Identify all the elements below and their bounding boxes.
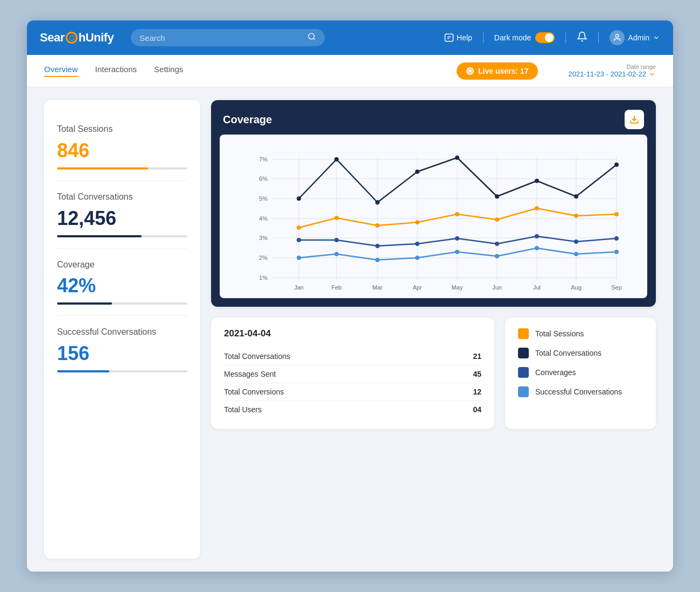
legend-label: Total Conversations [535, 349, 601, 357]
stat-row-value: 04 [473, 405, 481, 414]
total-sessions-block: Total Sessions 846 [57, 113, 187, 180]
svg-point-65 [614, 236, 619, 241]
help-label: Help [457, 33, 472, 42]
total-sessions-bar-fill [57, 167, 148, 170]
svg-text:Apr: Apr [412, 284, 422, 291]
svg-point-51 [415, 170, 419, 174]
svg-text:May: May [452, 284, 463, 291]
coverage-chart-svg: .grid-line { stroke: #dde3ef; stroke-wid… [224, 143, 643, 294]
svg-point-72 [535, 246, 539, 250]
app-container: Sear◌hUnify Help Dark mode [27, 20, 673, 572]
svg-point-71 [495, 254, 499, 258]
svg-point-61 [455, 236, 459, 241]
live-icon [466, 67, 474, 75]
legend-item-total-sessions: Total Sessions [518, 328, 643, 339]
legend-card: Total Sessions Total Conversations Conve… [505, 318, 656, 429]
svg-text:3%: 3% [259, 235, 268, 241]
total-conversations-value: 12,456 [57, 207, 187, 230]
svg-text:Jan: Jan [294, 284, 304, 291]
coverage-chart-card: Coverage .grid-line { stroke: #dde3ef; s… [211, 100, 656, 307]
svg-point-66 [297, 256, 301, 260]
help-button[interactable]: Help [444, 33, 472, 43]
bottom-row: 2021-04-04 Total Conversations 21 Messag… [211, 318, 656, 429]
svg-point-52 [455, 156, 459, 160]
total-sessions-bar-bg [57, 167, 187, 170]
svg-point-63 [535, 234, 539, 238]
svg-point-48 [297, 196, 301, 201]
stat-row-label: Total Conversions [224, 387, 284, 396]
live-users-button[interactable]: Live users: 17 [457, 62, 538, 80]
admin-button[interactable]: Admin [610, 30, 660, 45]
svg-point-5 [616, 34, 619, 37]
search-icon [307, 32, 316, 43]
svg-point-59 [375, 244, 380, 248]
total-conversations-block: Total Conversations 12,456 [57, 180, 187, 248]
stat-row-total-conversions: Total Conversions 12 [224, 383, 481, 401]
svg-text:5%: 5% [259, 195, 268, 202]
legend-label: Total Sessions [535, 329, 584, 338]
coverage-bar-bg [57, 302, 187, 305]
logo-o-icon: ◌ [66, 32, 78, 44]
svg-rect-2 [445, 34, 453, 41]
stat-row-label: Total Conversations [224, 352, 290, 361]
download-button[interactable] [625, 110, 644, 129]
darkmode-toggle[interactable]: Dark mode [494, 32, 555, 43]
divider2 [565, 32, 566, 43]
successful-conversations-block: Successful Conversations 156 [57, 315, 187, 383]
search-input[interactable] [139, 33, 303, 43]
svg-point-40 [334, 216, 339, 220]
date-range-label: Date range [627, 64, 656, 70]
tab-settings[interactable]: Settings [154, 65, 183, 77]
svg-point-0 [309, 33, 314, 39]
svg-point-57 [297, 238, 301, 242]
svg-point-68 [375, 258, 380, 262]
successful-conversations-bar-bg [57, 370, 187, 372]
download-icon [629, 115, 639, 124]
stat-row-value: 12 [473, 387, 481, 396]
successful-conversations-label: Successful Conversations [57, 327, 187, 338]
coverage-value: 42% [57, 274, 187, 297]
tab-interactions[interactable]: Interactions [95, 65, 137, 77]
svg-point-54 [535, 179, 539, 183]
stat-row-value: 45 [473, 370, 481, 378]
svg-point-44 [495, 217, 499, 222]
svg-point-46 [574, 214, 578, 218]
chart-area: .grid-line { stroke: #dde3ef; stroke-wid… [220, 135, 647, 298]
svg-text:2%: 2% [259, 255, 268, 261]
toggle-track[interactable] [535, 32, 555, 43]
svg-point-69 [415, 256, 419, 260]
coverage-block: Coverage 42% [57, 248, 187, 316]
admin-label: Admin [628, 33, 649, 42]
svg-point-41 [375, 223, 380, 228]
svg-point-58 [334, 238, 339, 242]
coverage-bar-fill [57, 302, 112, 305]
legend-color-orange [518, 328, 529, 339]
svg-text:7%: 7% [259, 156, 268, 163]
darkmode-label: Dark mode [494, 33, 531, 42]
top-nav: Sear◌hUnify Help Dark mode [27, 20, 673, 55]
svg-text:Jun: Jun [492, 284, 502, 291]
stat-row-total-conversations: Total Conversations 21 [224, 348, 481, 365]
tab-overview[interactable]: Overview [44, 65, 78, 77]
total-sessions-value: 846 [57, 139, 187, 162]
svg-text:Mar: Mar [373, 284, 383, 291]
svg-point-53 [495, 194, 499, 199]
svg-point-64 [574, 239, 578, 244]
date-stats-date: 2021-04-04 [224, 328, 481, 339]
search-bar[interactable] [131, 29, 325, 46]
chart-header: Coverage [211, 100, 656, 135]
bell-button[interactable] [577, 31, 587, 45]
svg-point-62 [495, 242, 499, 246]
svg-point-73 [574, 252, 578, 256]
divider [483, 32, 484, 43]
right-panel: Coverage .grid-line { stroke: #dde3ef; s… [211, 100, 656, 559]
stat-row-label: Total Users [224, 405, 262, 414]
svg-text:6%: 6% [259, 175, 268, 182]
svg-point-60 [415, 242, 419, 246]
stat-row-messages-sent: Messages Sent 45 [224, 365, 481, 383]
total-conversations-bar-bg [57, 235, 187, 237]
svg-point-50 [375, 200, 380, 205]
date-range-picker[interactable]: Date range 2021-11-23 - 2021-02-22 [568, 64, 656, 78]
stat-row-value: 21 [473, 352, 481, 361]
svg-point-42 [415, 220, 419, 224]
